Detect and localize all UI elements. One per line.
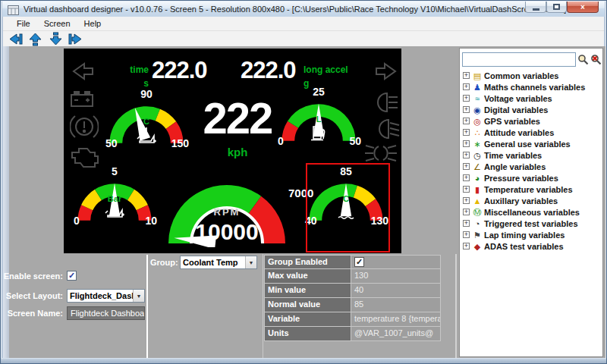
variable-search-input[interactable] <box>462 52 576 67</box>
property-value[interactable]: temperature 8 {temperature 8 <box>351 312 441 327</box>
tree-expand-icon[interactable]: + <box>463 152 470 158</box>
nav-down-icon[interactable] <box>47 32 64 46</box>
search-icon[interactable] <box>577 53 589 65</box>
tree-item-label: Attitude variables <box>484 128 554 137</box>
tree-item[interactable]: + Ⓜ Miscellaneous variables <box>461 206 602 218</box>
tree-item[interactable]: + ▲ Auxillary variables <box>461 195 602 206</box>
gauge-normal-value: 90 <box>99 89 193 99</box>
menu-help[interactable]: Help <box>77 17 109 30</box>
speed-value: 222 <box>203 93 272 143</box>
dashboard-preview[interactable]: time s 222.0 222.0 long accel g 222 kph <box>64 49 401 253</box>
tree-expand-icon[interactable]: + <box>463 174 470 181</box>
tree-item[interactable]: + ≈ Voltage variables <box>461 93 602 104</box>
fuel-gauge[interactable]: 25 L 0 50 <box>272 86 366 149</box>
window-bottom-frame <box>1 358 606 363</box>
oil-pressure-gauge[interactable]: 5 Bar 0 10 <box>68 166 162 228</box>
tree-item[interactable]: + ▮ Temperature variables <box>461 184 602 195</box>
layout-select[interactable]: Flightdeck_Dashboard ▼ <box>67 289 145 303</box>
nav-up-icon[interactable] <box>27 32 43 46</box>
fog-light-icon <box>363 144 399 162</box>
menu-screen[interactable]: Screen <box>37 17 77 30</box>
tree-item[interactable]: + ∠ Angle variables <box>461 161 602 172</box>
lap-timing-icon: ⚑ <box>472 231 483 240</box>
title-bar[interactable]: Virtual dashboard designer - v10.0.76 - … <box>2 2 605 17</box>
tree-expand-icon[interactable]: + <box>463 106 470 113</box>
property-value[interactable]: @VAR_1007_units@ <box>351 327 441 341</box>
group-select[interactable]: Coolant Temp ▼ <box>180 256 257 269</box>
screen-name-input[interactable]: Flightdeck Dashboard <box>67 306 145 320</box>
tree-item-label: Auxillary variables <box>484 196 558 206</box>
tree-item-label: Time variables <box>484 151 542 160</box>
tree-expand-icon[interactable]: + <box>463 209 470 215</box>
speed-readout[interactable]: 222 kph <box>192 97 283 158</box>
tree-expand-icon[interactable]: + <box>463 231 470 238</box>
tree-expand-icon[interactable]: + <box>463 129 470 136</box>
tree-expand-icon[interactable]: + <box>463 243 470 249</box>
tree-item[interactable]: + ▤ Common variables <box>461 70 602 81</box>
tree-item[interactable]: + ◆ ADAS test variables <box>461 240 602 252</box>
tree-item[interactable]: + ♟ Maths channels variables <box>461 81 602 93</box>
long-accel-readout[interactable]: 222.0 <box>241 59 296 82</box>
rpm-gauge[interactable]: RPM 10000 7000 <box>155 171 299 247</box>
high-beam-icon <box>372 90 399 115</box>
gauge-unit: Bar <box>68 195 162 203</box>
voltage-variables-icon: ≈ <box>472 94 483 103</box>
common-variables-icon: ▤ <box>472 71 483 80</box>
tree-item[interactable]: + ◕ Pressure variables <box>461 172 602 184</box>
group-label: Group: <box>150 258 179 267</box>
enable-screen-checkbox[interactable]: ✓ <box>67 271 77 281</box>
nav-next-screen-icon[interactable] <box>68 32 84 46</box>
property-row: Units @VAR_1007_units@ <box>264 327 441 341</box>
tree-item[interactable]: + ◉ Digital variables <box>461 104 602 115</box>
property-value[interactable]: 40 <box>351 284 441 298</box>
nav-prev-screen-icon[interactable] <box>6 32 23 46</box>
tree-item[interactable]: + ∗ General use variables <box>461 138 602 149</box>
speed-unit: kph <box>192 146 283 158</box>
group-enabled-checkbox[interactable]: ✓ <box>354 257 364 267</box>
variables-panel: + ▤ Common variables + ♟ Maths channels … <box>459 48 603 357</box>
maximize-button[interactable] <box>546 2 567 13</box>
tree-expand-icon[interactable]: + <box>463 220 470 227</box>
general-use-variables-icon: ∗ <box>472 140 483 149</box>
tree-item[interactable]: + ◔ Triggered test variables <box>461 218 602 229</box>
tree-item[interactable]: + ∴ Attitude variables <box>461 127 602 138</box>
triggered-test-icon: ◔ <box>472 219 483 228</box>
tree-expand-icon[interactable]: + <box>463 72 470 79</box>
close-button[interactable]: × <box>567 2 599 13</box>
tree-item-label: Voltage variables <box>484 94 552 103</box>
gauge-unit: L <box>272 115 366 124</box>
tree-expand-icon[interactable]: + <box>463 197 470 204</box>
oil-temp-gauge[interactable]: 90 C 50 150 <box>99 89 193 151</box>
tree-expand-icon[interactable]: + <box>463 95 470 102</box>
tree-item[interactable]: + ◎ GPS variables <box>461 115 602 127</box>
property-value[interactable]: 130 <box>351 269 441 284</box>
property-row: Max value 130 <box>264 269 441 284</box>
tree-item[interactable]: + ⚑ Lap timing variables <box>461 229 602 240</box>
menu-file[interactable]: File <box>10 17 37 30</box>
tree-expand-icon[interactable]: + <box>463 163 470 170</box>
property-row: Variable temperature 8 {temperature 8 <box>264 312 441 327</box>
time-readout[interactable]: 222.0 <box>152 59 207 82</box>
adas-test-icon: ◆ <box>472 242 483 251</box>
tree-expand-icon[interactable]: + <box>463 118 470 124</box>
gps-variables-icon: ◎ <box>472 117 483 126</box>
group-select-value: Coolant Temp <box>181 258 245 267</box>
tree-item-label: Lap timing variables <box>484 231 565 240</box>
clear-search-icon[interactable] <box>590 53 602 65</box>
minimize-button[interactable] <box>525 2 546 13</box>
tree-expand-icon[interactable]: + <box>463 140 470 147</box>
selection-rectangle <box>306 163 390 253</box>
tree-item[interactable]: + ◷ Time variables <box>461 149 602 161</box>
property-value[interactable]: ✓ <box>351 255 441 269</box>
miscellaneous-variables-icon: Ⓜ <box>472 208 483 217</box>
property-row: Normal value 85 <box>264 298 441 312</box>
app-icon <box>8 5 19 14</box>
tree-expand-icon[interactable]: + <box>463 186 470 193</box>
property-label: Min value <box>264 284 351 298</box>
pressure-variables-icon: ◕ <box>472 174 483 183</box>
tree-item-label: Pressure variables <box>484 174 558 183</box>
client-area: time s 222.0 222.0 long accel g 222 kph <box>3 46 605 359</box>
property-value[interactable]: 85 <box>351 298 441 312</box>
tree-item-label: GPS variables <box>484 117 540 126</box>
tree-expand-icon[interactable]: + <box>463 83 470 90</box>
